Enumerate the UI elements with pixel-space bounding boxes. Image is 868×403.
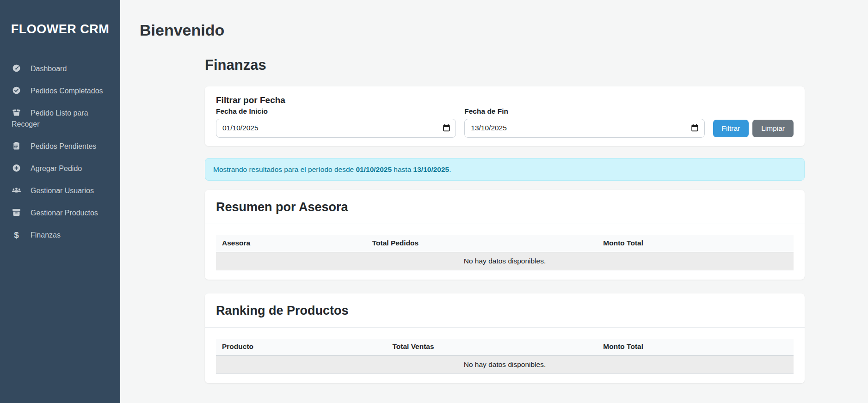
- summary-card: Resumen por Asesora Asesora Total Pedido…: [205, 190, 805, 280]
- summary-card-title: Resumen por Asesora: [216, 200, 794, 214]
- end-date-input[interactable]: [464, 119, 704, 138]
- sidebar-item-label: Finanzas: [31, 231, 61, 239]
- empty-state-message: No hay datos disponibles.: [216, 252, 794, 270]
- section-title: Finanzas: [205, 57, 805, 73]
- alert-start-date: 01/10/2025: [356, 165, 392, 173]
- sidebar-item-pedidos-completados[interactable]: Pedidos Completados: [0, 80, 120, 102]
- check-circle-icon: [12, 85, 21, 95]
- ranking-card-header: Ranking de Productos: [205, 293, 805, 328]
- summary-card-header: Resumen por Asesora: [205, 190, 805, 224]
- column-header-asesora: Asesora: [216, 235, 366, 252]
- calendar-icon[interactable]: [691, 124, 699, 132]
- sidebar-nav: Dashboard Pedidos Completados Pedido Lis…: [0, 58, 120, 246]
- page-title: Bienvenido: [140, 20, 868, 40]
- box-open-icon: [12, 108, 21, 117]
- clipboard-list-icon: [12, 141, 21, 151]
- sidebar-item-label: Pedidos Completados: [31, 87, 103, 95]
- ranking-card: Ranking de Productos Producto Total Vent…: [205, 293, 805, 383]
- alert-text: Mostrando resultados para el período des…: [213, 165, 356, 173]
- sidebar-item-label: Pedidos Pendientes: [31, 142, 96, 150]
- start-date-label: Fecha de Inicio: [216, 107, 456, 116]
- sidebar-item-gestionar-usuarios[interactable]: Gestionar Usuarios: [0, 180, 120, 202]
- main-content: Bienvenido Finanzas Filtrar por Fecha Fe…: [120, 0, 868, 403]
- sidebar-item-dashboard[interactable]: Dashboard: [0, 58, 120, 80]
- clear-button[interactable]: Limpiar: [752, 120, 794, 137]
- sidebar-item-label: Pedido Listo para Recoger: [12, 109, 88, 128]
- brand-title: FLOOWER CRM: [0, 0, 120, 37]
- dollar-sign-icon: $: [12, 230, 21, 241]
- ranking-table: Producto Total Ventas Monto Total No hay…: [216, 339, 794, 374]
- table-header-row: Producto Total Ventas Monto Total: [216, 339, 794, 356]
- sidebar-item-label: Agregar Pedido: [31, 165, 82, 172]
- filter-button[interactable]: Filtrar: [713, 120, 749, 137]
- end-date-label: Fecha de Fin: [464, 107, 704, 116]
- end-date-field: Fecha de Fin: [464, 107, 704, 138]
- table-header-row: Asesora Total Pedidos Monto Total: [216, 235, 794, 252]
- empty-state-message: No hay datos disponibles.: [216, 355, 794, 373]
- alert-text: .: [449, 165, 451, 173]
- users-icon: [12, 185, 21, 195]
- table-row: No hay datos disponibles.: [216, 355, 794, 373]
- column-header-total-ventas: Total Ventas: [386, 339, 597, 356]
- sidebar-item-finanzas[interactable]: $Finanzas: [0, 224, 120, 246]
- column-header-monto-total: Monto Total: [597, 339, 794, 356]
- sidebar-item-label: Gestionar Usuarios: [31, 187, 94, 195]
- filter-title: Filtrar por Fecha: [216, 95, 794, 106]
- alert-end-date: 13/10/2025: [413, 165, 449, 173]
- sidebar-item-label: Gestionar Productos: [31, 209, 98, 217]
- date-filter-card: Filtrar por Fecha Fecha de Inicio Fecha …: [205, 86, 805, 146]
- column-header-monto-total: Monto Total: [597, 235, 794, 252]
- date-range-alert: Mostrando resultados para el período des…: [205, 158, 805, 181]
- start-date-input[interactable]: [216, 119, 456, 138]
- plus-circle-icon: [12, 163, 21, 173]
- table-row: No hay datos disponibles.: [216, 252, 794, 270]
- sidebar-item-agregar-pedido[interactable]: Agregar Pedido: [0, 158, 120, 180]
- ranking-card-title: Ranking de Productos: [216, 304, 794, 318]
- alert-text: hasta: [392, 165, 413, 173]
- sidebar-item-gestionar-productos[interactable]: Gestionar Productos: [0, 202, 120, 224]
- box-archive-icon: [12, 208, 21, 217]
- start-date-field: Fecha de Inicio: [216, 107, 456, 138]
- column-header-producto: Producto: [216, 339, 386, 356]
- sidebar-item-pedidos-pendientes[interactable]: Pedidos Pendientes: [0, 135, 120, 158]
- sidebar-item-pedido-listo-para-recoger[interactable]: Pedido Listo para Recoger: [0, 102, 120, 135]
- sidebar: FLOOWER CRM Dashboard Pedidos Completado…: [0, 0, 120, 403]
- sidebar-item-label: Dashboard: [31, 65, 67, 73]
- summary-table: Asesora Total Pedidos Monto Total No hay…: [216, 235, 794, 270]
- column-header-total-pedidos: Total Pedidos: [366, 235, 597, 252]
- gauge-icon: [12, 63, 21, 73]
- calendar-icon[interactable]: [442, 124, 450, 132]
- finanzas-section: Finanzas Filtrar por Fecha Fecha de Inic…: [205, 57, 805, 383]
